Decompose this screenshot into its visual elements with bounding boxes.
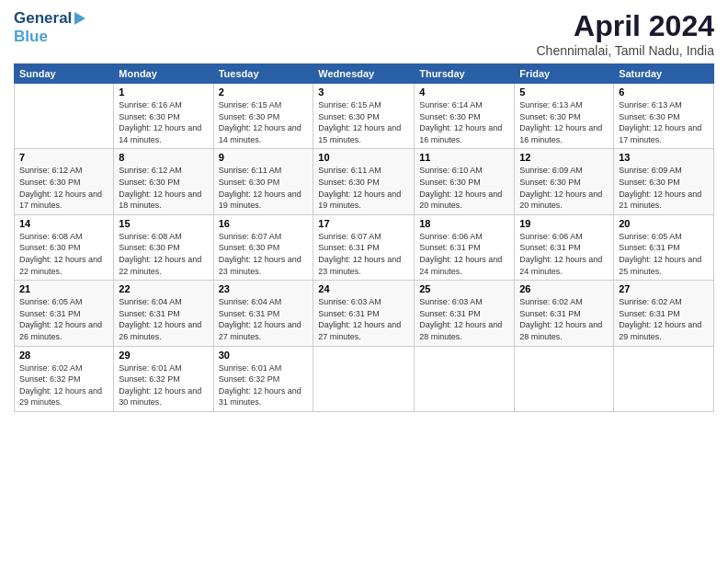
sunrise-text: Sunrise: 6:01 AM bbox=[219, 362, 309, 374]
sunset-text: Sunset: 6:31 PM bbox=[119, 308, 208, 320]
day-info: Sunrise: 6:03 AMSunset: 6:31 PMDaylight:… bbox=[419, 296, 509, 342]
calendar: Sunday Monday Tuesday Wednesday Thursday… bbox=[14, 63, 714, 412]
calendar-cell: 2Sunrise: 6:15 AMSunset: 6:30 PMDaylight… bbox=[213, 84, 313, 149]
logo: General Blue bbox=[14, 9, 85, 46]
day-number: 3 bbox=[318, 86, 409, 98]
calendar-cell: 29Sunrise: 6:01 AMSunset: 6:32 PMDayligh… bbox=[114, 346, 213, 411]
calendar-cell: 14Sunrise: 6:08 AMSunset: 6:30 PMDayligh… bbox=[15, 214, 114, 280]
day-number: 20 bbox=[619, 218, 709, 229]
sunrise-text: Sunrise: 6:02 AM bbox=[519, 296, 609, 308]
day-info: Sunrise: 6:05 AMSunset: 6:31 PMDaylight:… bbox=[19, 296, 108, 342]
sunset-text: Sunset: 6:30 PM bbox=[519, 111, 609, 123]
sunset-text: Sunset: 6:31 PM bbox=[318, 308, 409, 320]
day-info: Sunrise: 6:04 AMSunset: 6:31 PMDaylight:… bbox=[219, 296, 309, 342]
sunrise-text: Sunrise: 6:12 AM bbox=[119, 165, 208, 177]
daylight-text: Daylight: 12 hours and 24 minutes. bbox=[419, 254, 509, 277]
calendar-cell: 28Sunrise: 6:02 AMSunset: 6:32 PMDayligh… bbox=[15, 346, 114, 411]
calendar-cell: 23Sunrise: 6:04 AMSunset: 6:31 PMDayligh… bbox=[213, 281, 313, 346]
daylight-text: Daylight: 12 hours and 16 minutes. bbox=[419, 122, 509, 145]
day-info: Sunrise: 6:11 AMSunset: 6:30 PMDaylight:… bbox=[219, 165, 309, 211]
sunrise-text: Sunrise: 6:06 AM bbox=[419, 231, 509, 243]
daylight-text: Daylight: 12 hours and 19 minutes. bbox=[318, 189, 409, 212]
sunset-text: Sunset: 6:30 PM bbox=[519, 177, 609, 189]
logo-blue: Blue bbox=[14, 28, 48, 46]
day-number: 10 bbox=[318, 152, 409, 163]
sunrise-text: Sunrise: 6:02 AM bbox=[19, 362, 108, 374]
sunrise-text: Sunrise: 6:01 AM bbox=[119, 362, 208, 374]
sunrise-text: Sunrise: 6:05 AM bbox=[619, 231, 709, 243]
daylight-text: Daylight: 12 hours and 23 minutes. bbox=[318, 254, 409, 277]
sunset-text: Sunset: 6:30 PM bbox=[419, 111, 509, 123]
day-number: 23 bbox=[219, 283, 309, 294]
sunrise-text: Sunrise: 6:03 AM bbox=[419, 296, 509, 308]
sunrise-text: Sunrise: 6:10 AM bbox=[419, 165, 509, 177]
sunset-text: Sunset: 6:31 PM bbox=[219, 308, 309, 320]
day-number: 11 bbox=[419, 152, 509, 163]
day-number: 29 bbox=[119, 350, 208, 361]
calendar-cell: 4Sunrise: 6:14 AMSunset: 6:30 PMDaylight… bbox=[415, 84, 515, 149]
sunset-text: Sunset: 6:32 PM bbox=[219, 373, 309, 385]
daylight-text: Daylight: 12 hours and 23 minutes. bbox=[219, 254, 309, 277]
col-wednesday: Wednesday bbox=[313, 64, 415, 84]
sunset-text: Sunset: 6:31 PM bbox=[519, 308, 609, 320]
calendar-cell: 9Sunrise: 6:11 AMSunset: 6:30 PMDaylight… bbox=[213, 149, 313, 214]
calendar-cell: 21Sunrise: 6:05 AMSunset: 6:31 PMDayligh… bbox=[15, 281, 114, 346]
sunset-text: Sunset: 6:30 PM bbox=[219, 177, 309, 189]
day-number: 15 bbox=[119, 218, 208, 229]
day-info: Sunrise: 6:14 AMSunset: 6:30 PMDaylight:… bbox=[419, 99, 509, 145]
sunset-text: Sunset: 6:30 PM bbox=[619, 111, 709, 123]
sunrise-text: Sunrise: 6:08 AM bbox=[19, 231, 108, 243]
logo-arrow-icon bbox=[74, 12, 85, 25]
day-info: Sunrise: 6:07 AMSunset: 6:30 PMDaylight:… bbox=[219, 231, 309, 277]
page: General Blue April 2024 Chennimalai, Tam… bbox=[0, 0, 728, 563]
sunset-text: Sunset: 6:31 PM bbox=[619, 308, 709, 320]
calendar-cell: 17Sunrise: 6:07 AMSunset: 6:31 PMDayligh… bbox=[313, 214, 415, 280]
daylight-text: Daylight: 12 hours and 21 minutes. bbox=[619, 189, 709, 212]
sunrise-text: Sunrise: 6:14 AM bbox=[419, 99, 509, 111]
daylight-text: Daylight: 12 hours and 24 minutes. bbox=[519, 254, 609, 277]
daylight-text: Daylight: 12 hours and 14 minutes. bbox=[219, 122, 309, 145]
sunrise-text: Sunrise: 6:02 AM bbox=[619, 296, 709, 308]
daylight-text: Daylight: 12 hours and 29 minutes. bbox=[19, 385, 108, 408]
day-info: Sunrise: 6:16 AMSunset: 6:30 PMDaylight:… bbox=[119, 99, 208, 145]
day-number: 19 bbox=[519, 218, 609, 229]
day-info: Sunrise: 6:09 AMSunset: 6:30 PMDaylight:… bbox=[619, 165, 709, 211]
sunset-text: Sunset: 6:30 PM bbox=[419, 177, 509, 189]
sunrise-text: Sunrise: 6:16 AM bbox=[119, 99, 208, 111]
daylight-text: Daylight: 12 hours and 22 minutes. bbox=[19, 254, 108, 277]
sunset-text: Sunset: 6:30 PM bbox=[219, 111, 309, 123]
sunset-text: Sunset: 6:31 PM bbox=[318, 242, 409, 254]
day-number: 9 bbox=[219, 152, 309, 163]
sunrise-text: Sunrise: 6:09 AM bbox=[519, 165, 609, 177]
sunset-text: Sunset: 6:30 PM bbox=[19, 177, 108, 189]
day-info: Sunrise: 6:01 AMSunset: 6:32 PMDaylight:… bbox=[219, 362, 309, 408]
day-info: Sunrise: 6:07 AMSunset: 6:31 PMDaylight:… bbox=[318, 231, 409, 277]
daylight-text: Daylight: 12 hours and 31 minutes. bbox=[219, 385, 309, 408]
sunset-text: Sunset: 6:32 PM bbox=[119, 373, 208, 385]
calendar-cell: 15Sunrise: 6:08 AMSunset: 6:30 PMDayligh… bbox=[114, 214, 213, 280]
day-number: 6 bbox=[619, 86, 709, 98]
daylight-text: Daylight: 12 hours and 26 minutes. bbox=[19, 319, 108, 342]
sunset-text: Sunset: 6:31 PM bbox=[519, 242, 609, 254]
sunset-text: Sunset: 6:30 PM bbox=[119, 177, 208, 189]
sunrise-text: Sunrise: 6:07 AM bbox=[318, 231, 409, 243]
daylight-text: Daylight: 12 hours and 15 minutes. bbox=[318, 122, 409, 145]
day-info: Sunrise: 6:12 AMSunset: 6:30 PMDaylight:… bbox=[119, 165, 208, 211]
sunset-text: Sunset: 6:30 PM bbox=[219, 242, 309, 254]
sunset-text: Sunset: 6:31 PM bbox=[19, 308, 108, 320]
day-number: 22 bbox=[119, 283, 208, 294]
day-info: Sunrise: 6:15 AMSunset: 6:30 PMDaylight:… bbox=[219, 99, 309, 145]
day-info: Sunrise: 6:12 AMSunset: 6:30 PMDaylight:… bbox=[19, 165, 108, 211]
sunrise-text: Sunrise: 6:15 AM bbox=[318, 99, 409, 111]
day-number: 18 bbox=[419, 218, 509, 229]
daylight-text: Daylight: 12 hours and 25 minutes. bbox=[619, 254, 709, 277]
sunrise-text: Sunrise: 6:15 AM bbox=[219, 99, 309, 111]
day-info: Sunrise: 6:02 AMSunset: 6:31 PMDaylight:… bbox=[519, 296, 609, 342]
col-saturday: Saturday bbox=[614, 64, 714, 84]
day-info: Sunrise: 6:13 AMSunset: 6:30 PMDaylight:… bbox=[619, 99, 709, 145]
calendar-week-2: 7Sunrise: 6:12 AMSunset: 6:30 PMDaylight… bbox=[15, 149, 714, 214]
subtitle: Chennimalai, Tamil Nadu, India bbox=[536, 43, 714, 58]
calendar-cell: 25Sunrise: 6:03 AMSunset: 6:31 PMDayligh… bbox=[415, 281, 515, 346]
calendar-cell: 12Sunrise: 6:09 AMSunset: 6:30 PMDayligh… bbox=[515, 149, 614, 214]
header: General Blue April 2024 Chennimalai, Tam… bbox=[14, 9, 714, 58]
